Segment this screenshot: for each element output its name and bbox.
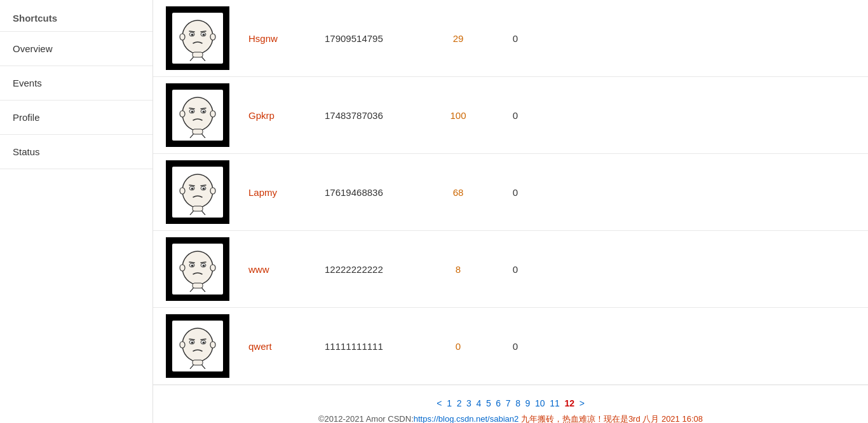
pagination-page-11[interactable]: 11 xyxy=(550,398,560,408)
avatar-face xyxy=(172,244,223,295)
user-score: 100 xyxy=(426,110,490,121)
user-name[interactable]: qwert xyxy=(248,341,325,352)
pagination-page-9[interactable]: 9 xyxy=(526,398,531,408)
svg-line-34 xyxy=(190,211,194,215)
svg-line-46 xyxy=(190,288,194,292)
svg-line-18 xyxy=(201,108,206,109)
pagination-page-4[interactable]: 4 xyxy=(477,398,482,408)
sidebar: Shortcuts Overview Events Profile Status xyxy=(0,0,153,423)
sidebar-item-overview[interactable]: Overview xyxy=(0,32,153,66)
user-id: 12222222222 xyxy=(325,264,426,275)
table-row: Gpkrp 17483787036 100 0 xyxy=(153,77,868,154)
user-extra: 0 xyxy=(490,341,541,352)
avatar-face xyxy=(172,90,223,141)
footer: < 1 2 3 4 5 6 7 8 9 10 11 12 > ©2012-202… xyxy=(153,385,868,423)
sidebar-shortcuts-label: Shortcuts xyxy=(0,6,153,32)
svg-point-12 xyxy=(182,97,213,130)
svg-point-8 xyxy=(210,34,215,40)
svg-point-43 xyxy=(180,265,185,271)
user-id: 17909514795 xyxy=(325,33,426,44)
avatar xyxy=(166,314,229,378)
user-score: 68 xyxy=(426,187,490,198)
footer-link[interactable]: https://blog.csdn.net/sabian2 xyxy=(414,414,519,423)
user-extra: 0 xyxy=(490,264,541,275)
svg-line-29 xyxy=(189,185,194,186)
footer-suffix: 九年搬砖，热血难凉！现在是3rd 八月 2021 16:08 xyxy=(519,414,703,423)
svg-point-32 xyxy=(210,188,215,194)
svg-line-59 xyxy=(201,364,205,369)
pagination-page-1[interactable]: 1 xyxy=(447,398,452,408)
pagination-page-6[interactable]: 6 xyxy=(496,398,501,408)
svg-line-11 xyxy=(201,57,205,61)
svg-point-39 xyxy=(191,265,194,267)
pagination-next[interactable]: > xyxy=(580,398,585,408)
pagination-prev[interactable]: < xyxy=(437,398,444,408)
svg-point-7 xyxy=(180,34,185,40)
svg-point-40 xyxy=(203,265,205,267)
svg-point-48 xyxy=(182,328,213,361)
pagination-page-2[interactable]: 2 xyxy=(457,398,462,408)
user-score: 8 xyxy=(426,264,490,275)
svg-line-58 xyxy=(190,364,194,369)
svg-point-16 xyxy=(203,111,205,113)
avatar-svg xyxy=(175,169,220,215)
user-extra: 0 xyxy=(490,110,541,121)
pagination-page-3[interactable]: 3 xyxy=(466,398,471,408)
svg-point-19 xyxy=(180,111,185,117)
svg-line-54 xyxy=(201,339,206,340)
pagination-page-10[interactable]: 10 xyxy=(535,398,545,408)
user-list: Hsgnw 17909514795 29 0 xyxy=(153,0,868,385)
svg-point-0 xyxy=(182,20,213,53)
svg-point-4 xyxy=(203,34,205,36)
svg-point-56 xyxy=(210,342,215,348)
svg-line-42 xyxy=(201,262,206,263)
svg-point-36 xyxy=(182,251,213,284)
pagination-page-7[interactable]: 7 xyxy=(506,398,511,408)
user-score: 29 xyxy=(426,33,490,44)
footer-copyright: ©2012-2021 Amor CSDN: xyxy=(318,414,414,423)
user-id: 17619468836 xyxy=(325,187,426,198)
user-name[interactable]: Hsgnw xyxy=(248,33,325,44)
svg-line-10 xyxy=(190,57,194,61)
user-name[interactable]: Gpkrp xyxy=(248,110,325,121)
avatar-svg xyxy=(175,323,220,369)
avatar-svg xyxy=(175,15,220,61)
svg-line-17 xyxy=(189,108,194,109)
svg-line-22 xyxy=(190,134,194,138)
svg-rect-21 xyxy=(193,129,203,134)
svg-point-51 xyxy=(191,342,194,343)
svg-rect-45 xyxy=(193,283,203,288)
avatar-svg xyxy=(175,246,220,292)
avatar-svg xyxy=(175,92,220,138)
svg-line-5 xyxy=(189,31,194,32)
svg-point-31 xyxy=(180,188,185,194)
sidebar-item-status[interactable]: Status xyxy=(0,135,153,169)
svg-line-23 xyxy=(201,134,205,138)
user-name[interactable]: Lapmy xyxy=(248,187,325,198)
svg-point-20 xyxy=(210,111,215,117)
sidebar-item-profile[interactable]: Profile xyxy=(0,101,153,135)
user-name[interactable]: www xyxy=(248,264,325,275)
svg-point-24 xyxy=(182,174,213,207)
avatar-face xyxy=(172,167,223,218)
pagination-page-8[interactable]: 8 xyxy=(515,398,520,408)
footer-text: ©2012-2021 Amor CSDN:https://blog.csdn.n… xyxy=(159,413,862,423)
user-id: 11111111111 xyxy=(325,341,426,352)
table-row: qwert 11111111111 0 0 xyxy=(153,308,868,385)
svg-rect-33 xyxy=(193,206,203,211)
svg-rect-9 xyxy=(193,52,203,57)
svg-point-52 xyxy=(203,342,205,343)
avatar xyxy=(166,83,229,147)
pagination-page-12[interactable]: 12 xyxy=(564,398,574,408)
avatar-face xyxy=(172,13,223,64)
svg-point-55 xyxy=(180,342,185,348)
user-score: 0 xyxy=(426,341,490,352)
pagination-page-5[interactable]: 5 xyxy=(486,398,491,408)
table-row: Lapmy 17619468836 68 0 xyxy=(153,154,868,231)
table-row: www 12222222222 8 0 xyxy=(153,231,868,308)
svg-point-28 xyxy=(203,188,205,190)
sidebar-item-events[interactable]: Events xyxy=(0,66,153,101)
user-extra: 0 xyxy=(490,33,541,44)
avatar xyxy=(166,160,229,224)
svg-point-3 xyxy=(191,34,194,36)
